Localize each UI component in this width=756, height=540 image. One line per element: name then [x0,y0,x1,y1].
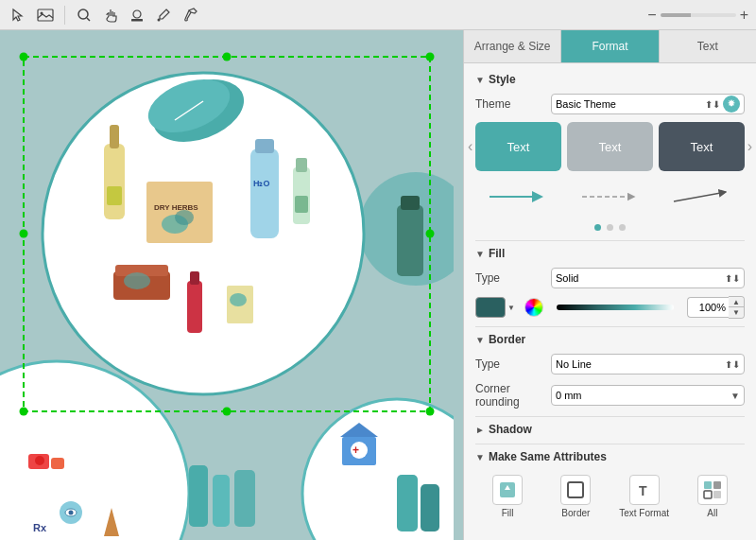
theme-select[interactable]: Basic Theme ⬆⬇ [551,94,745,114]
fill-percent-input[interactable] [687,297,729,318]
make-same-text-icon: T [629,475,660,505]
canvas-area[interactable]: DRY HERBS H₂O [0,30,463,540]
theme-nav-left-button[interactable]: ‹ [468,138,472,155]
shadow-section-label: Shadow [489,423,532,436]
search-icon[interactable] [73,4,95,26]
make-same-section-header[interactable]: ▼ Make Same Attributes [475,450,745,463]
svg-text:DRY HERBS: DRY HERBS [154,203,198,212]
theme-card-gray-label: Text [599,140,622,154]
fill-gradient-bar[interactable] [557,305,674,310]
svg-point-2 [78,9,88,19]
svg-point-42 [223,408,232,416]
svg-point-39 [426,53,435,61]
select-tool-icon[interactable] [8,4,30,26]
carousel-dots [475,224,745,231]
make-same-fill[interactable]: Fill [475,475,540,518]
tab-format[interactable]: Format [561,30,659,62]
fill-percent-down[interactable]: ▼ [729,307,744,318]
theme-card-gray[interactable]: Text [567,122,653,171]
fill-color-swatch[interactable] [475,297,506,318]
toolbar: − + [0,0,756,30]
fill-section-arrow: ▼ [475,249,485,259]
fill-section-header[interactable]: ▼ Fill [475,247,745,260]
svg-rect-71 [704,491,712,498]
fill-percent-control: ▲ ▼ [687,296,745,319]
svg-rect-69 [704,481,712,489]
svg-rect-46 [51,458,64,469]
image-tool-icon[interactable] [34,4,57,26]
eyedropper-icon[interactable] [152,4,175,26]
divider-1 [475,240,745,241]
tab-arrange-size[interactable]: Arrange & Size [464,30,561,62]
arrow-style-solid[interactable] [475,183,560,211]
arrow-style-dashed[interactable] [568,183,653,211]
theme-label: Theme [475,97,551,111]
make-same-arrow: ▼ [475,452,485,462]
zoom-in-button[interactable]: + [740,7,748,24]
divider-3 [475,416,745,417]
svg-point-40 [426,230,435,238]
style-section-header[interactable]: ▼ Style [475,73,745,86]
theme-control: Basic Theme ⬆⬇ [551,94,745,114]
tab-text[interactable]: Text [660,30,756,62]
svg-rect-72 [713,491,721,498]
svg-rect-54 [213,475,230,527]
border-type-row: Type No Line ⬆⬇ [475,354,745,375]
svg-rect-34 [397,205,423,276]
corner-select[interactable]: 0 mm ▼ [551,385,745,406]
make-same-fill-label: Fill [502,508,514,518]
shadow-section-arrow: ► [475,425,485,435]
dot-3[interactable] [619,224,626,231]
make-same-all-label: All [707,508,717,518]
fill-percent-up[interactable]: ▲ [729,297,744,307]
color-swatch-area: ▼ [475,297,515,318]
dot-2[interactable] [607,224,613,231]
zoom-slider[interactable] [661,13,736,17]
border-type-select[interactable]: No Line ⬆⬇ [551,354,745,375]
theme-card-teal[interactable]: Text [475,122,561,171]
svg-rect-67 [568,482,583,497]
border-type-arrows: ⬆⬇ [725,359,740,370]
svg-rect-16 [107,186,122,205]
theme-card-dark-label: Text [691,140,713,154]
color-picker-button[interactable] [524,298,543,317]
make-same-border[interactable]: Border [543,475,608,518]
dot-1[interactable] [594,224,601,231]
shadow-section-header[interactable]: ► Shadow [475,423,745,436]
divider-4 [475,444,745,444]
svg-point-20 [175,210,194,225]
fill-type-arrows: ⬆⬇ [725,273,740,284]
theme-card-teal-label: Text [507,140,530,154]
theme-cards-area: ‹ Text Text Text › [475,122,745,171]
style-section-label: Style [489,73,516,86]
arrow-styles-row [475,179,745,215]
svg-rect-53 [189,465,208,527]
svg-rect-35 [401,196,420,210]
zoom-out-button[interactable]: − [647,7,656,24]
side-panel: Arrange & Size Format Text ▼ Style Theme… [463,30,756,540]
fill-type-row: Type Solid ⬆⬇ [475,268,745,288]
corner-control: 0 mm ▼ [551,385,745,406]
paint-icon[interactable] [179,4,201,26]
theme-settings-icon[interactable] [723,96,740,113]
svg-point-44 [20,230,28,238]
make-same-border-icon [560,475,591,505]
svg-text:T: T [639,483,647,498]
fill-type-value: Solid [556,272,578,284]
border-section-header[interactable]: ▼ Border [475,333,745,346]
hand-tool-icon[interactable] [99,4,122,26]
svg-point-37 [20,53,28,61]
stamp-icon[interactable] [126,4,148,26]
fill-type-select[interactable]: Solid ⬆⬇ [551,268,745,288]
corner-rounding-row: Corner rounding 0 mm ▼ [475,382,745,409]
arrow-style-angled[interactable] [660,183,745,211]
theme-card-dark[interactable]: Text [659,122,745,171]
svg-point-47 [35,456,44,465]
svg-rect-70 [713,481,721,489]
make-same-all[interactable]: All [680,475,745,518]
svg-point-41 [426,408,435,416]
fill-type-label: Type [475,271,551,285]
theme-nav-right-button[interactable]: › [747,138,752,155]
make-same-text-format[interactable]: T Text Format [612,475,677,518]
swatch-dropdown-arrow[interactable]: ▼ [507,304,515,312]
